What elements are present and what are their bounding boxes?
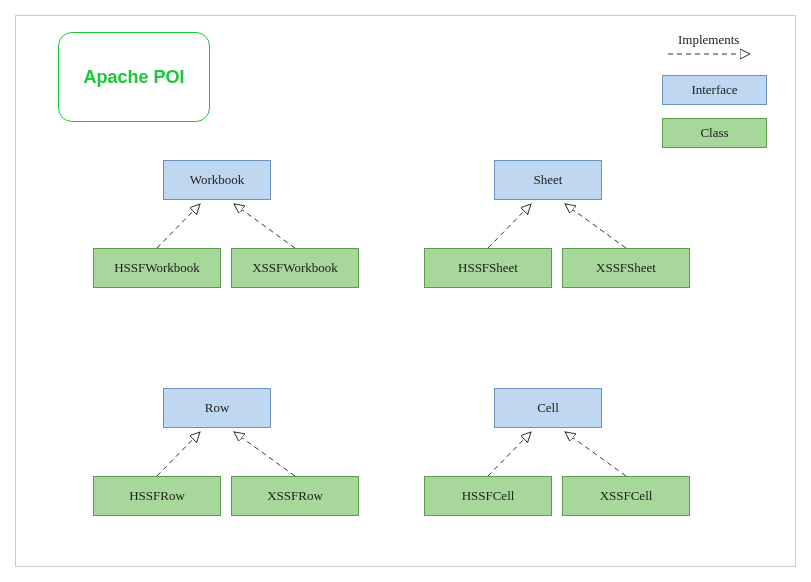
- legend-interface-box: Interface: [662, 75, 767, 105]
- class-hssfsheet: HSSFSheet: [424, 248, 552, 288]
- class-label: HSSFSheet: [458, 260, 518, 276]
- class-label: XSSFRow: [267, 488, 323, 504]
- class-hssfrow: HSSFRow: [93, 476, 221, 516]
- class-label: HSSFRow: [129, 488, 185, 504]
- interface-cell: Cell: [494, 388, 602, 428]
- class-label: XSSFCell: [600, 488, 653, 504]
- class-xssfworkbook: XSSFWorkbook: [231, 248, 359, 288]
- interface-label: Sheet: [534, 172, 563, 188]
- interface-row: Row: [163, 388, 271, 428]
- class-hssfworkbook: HSSFWorkbook: [93, 248, 221, 288]
- title-text: Apache POI: [83, 67, 184, 88]
- interface-label: Cell: [537, 400, 559, 416]
- class-xssfsheet: XSSFSheet: [562, 248, 690, 288]
- interface-label: Row: [205, 400, 230, 416]
- legend-class-text: Class: [700, 125, 728, 141]
- diagram-canvas: Apache POI Implements Interface Class Wo…: [0, 0, 811, 582]
- legend-interface-text: Interface: [691, 82, 737, 98]
- class-hssfcell: HSSFCell: [424, 476, 552, 516]
- class-xssfcell: XSSFCell: [562, 476, 690, 516]
- class-label: XSSFWorkbook: [252, 260, 338, 276]
- class-label: HSSFCell: [462, 488, 515, 504]
- interface-sheet: Sheet: [494, 160, 602, 200]
- class-label: XSSFSheet: [596, 260, 656, 276]
- diagram-title: Apache POI: [58, 32, 210, 122]
- legend-implements-label: Implements: [678, 32, 739, 48]
- class-label: HSSFWorkbook: [114, 260, 200, 276]
- class-xssfrow: XSSFRow: [231, 476, 359, 516]
- interface-workbook: Workbook: [163, 160, 271, 200]
- interface-label: Workbook: [190, 172, 245, 188]
- legend-class-box: Class: [662, 118, 767, 148]
